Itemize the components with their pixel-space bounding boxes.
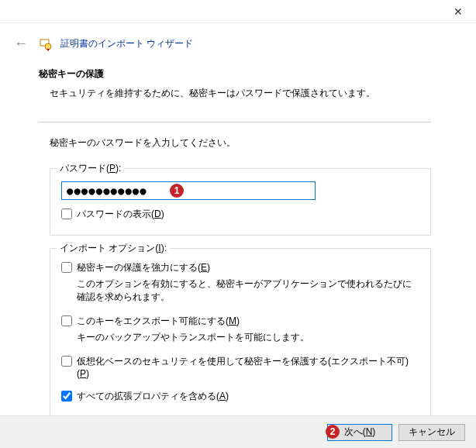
strong-protection-label[interactable]: 秘密キーの保護を強力にする(E) [77, 261, 210, 274]
include-ext-props-checkbox[interactable] [61, 391, 72, 401]
titlebar: ✕ [0, 0, 476, 23]
import-options-label: インポート オプション(I): [57, 242, 170, 255]
import-options-group: インポート オプション(I): 秘密キーの保護を強力にする(E) このオプション… [50, 248, 431, 418]
certificate-icon [39, 37, 53, 51]
svg-point-1 [45, 43, 51, 50]
strong-protection-desc: このオプションを有効にすると、秘密キーがアプリケーションで使われるたびに確認を求… [77, 277, 419, 304]
divider [39, 122, 431, 122]
strong-protection-checkbox[interactable] [61, 262, 72, 273]
close-button[interactable]: ✕ [440, 0, 476, 23]
password-group: パスワード(P): 1 パスワードの表示(D) [50, 168, 431, 236]
password-input[interactable] [61, 181, 316, 200]
exportable-checkbox[interactable] [61, 315, 72, 326]
exportable-label[interactable]: このキーをエクスポート可能にする(M) [77, 315, 240, 328]
wizard-title: 証明書のインポート ウィザード [60, 37, 193, 50]
show-password-label[interactable]: パスワードの表示(D) [77, 208, 164, 221]
back-arrow-icon[interactable]: ← [11, 34, 31, 53]
wizard-header: ← 証明書のインポート ウィザード [0, 23, 476, 67]
show-password-checkbox[interactable] [61, 208, 72, 219]
annotation-badge-1: 1 [170, 184, 184, 198]
instruction-text: 秘密キーのパスワードを入力してください。 [50, 136, 431, 150]
annotation-badge-2: 2 [326, 425, 340, 439]
include-ext-props-label[interactable]: すべての拡張プロパティを含める(A) [77, 390, 229, 403]
section-desc: セキュリティを維持するために、秘密キーはパスワードで保護されています。 [50, 87, 431, 100]
section-heading: 秘密キーの保護 [39, 67, 431, 81]
password-group-label: パスワード(P): [57, 162, 124, 175]
cancel-button[interactable]: キャンセル [398, 424, 465, 441]
exportable-desc: キーのバックアップやトランスポートを可能にします。 [77, 331, 419, 344]
content-area: 秘密キーの保護 セキュリティを維持するために、秘密キーはパスワードで保護されてい… [0, 67, 476, 418]
vbs-protect-label[interactable]: 仮想化ベースのセキュリティを使用して秘密キーを保護する(エクスポート不可)(P) [77, 355, 419, 379]
footer-bar: 次へ(N) キャンセル [0, 415, 476, 448]
vbs-protect-checkbox[interactable] [61, 356, 72, 367]
